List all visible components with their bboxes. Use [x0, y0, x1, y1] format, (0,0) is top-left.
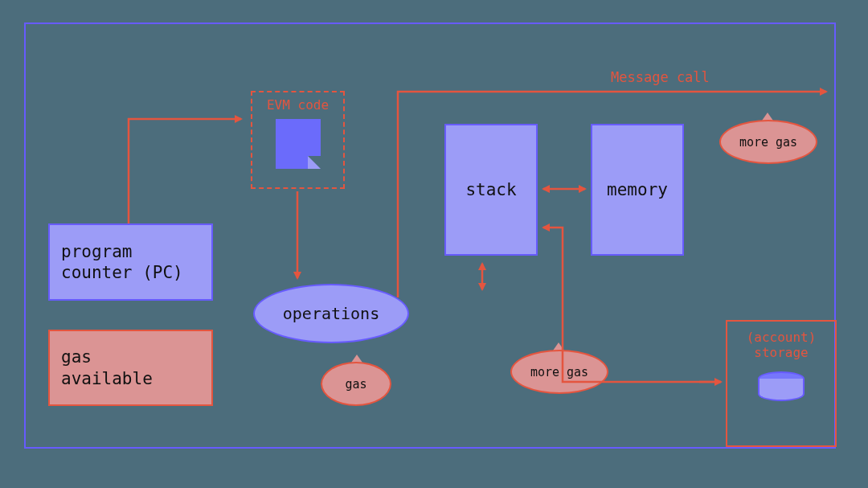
more-gas-bubble-1: more gas [510, 350, 608, 394]
operations-ellipse: operations [253, 284, 409, 343]
memory-box: memory [591, 124, 684, 256]
operations-label: operations [283, 304, 379, 323]
stack-label: stack [465, 179, 516, 200]
message-call-label: Message call [611, 69, 710, 85]
memory-label: memory [607, 179, 668, 200]
file-icon [276, 119, 321, 169]
evm-code-box: EVM code [251, 91, 345, 189]
database-icon [758, 371, 805, 401]
program-counter-box: program counter (PC) [48, 223, 213, 301]
gas-bubble: gas [321, 362, 391, 406]
program-counter-label: program counter (PC) [61, 241, 183, 284]
evm-execution-diagram: program counter (PC) gas available EVM c… [0, 0, 868, 488]
more-gas-2-label: more gas [739, 135, 797, 150]
gas-bubble-label: gas [345, 377, 366, 392]
stack-box: stack [444, 124, 538, 256]
file-fold-icon [308, 156, 321, 169]
gas-available-label: gas available [61, 347, 153, 389]
storage-label: storage [754, 345, 808, 360]
gas-available-box: gas available [48, 330, 213, 406]
evm-code-label: EVM code [267, 97, 329, 113]
account-label: (account) [747, 330, 817, 345]
more-gas-1-label: more gas [530, 365, 588, 379]
more-gas-bubble-2: more gas [719, 120, 817, 164]
account-storage-box: (account) storage [726, 320, 837, 447]
